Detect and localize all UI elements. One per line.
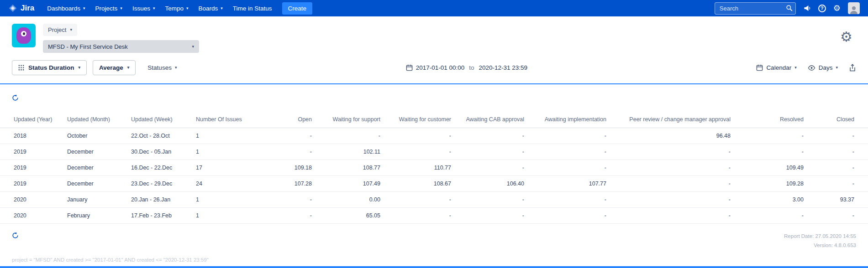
table-cell: - [457,160,530,176]
table-cell: - [386,192,457,208]
top-navbar: Jira Dashboards ▾ Projects ▾ Issues ▾ Te… [0,0,868,16]
nav-item-label: Dashboards [47,5,80,12]
grid-icon [18,65,24,71]
date-range[interactable]: 2017-01-01 00:00 to 2020-12-31 23:59 [177,64,756,71]
table-cell: - [457,192,530,208]
table-cell: 1 [190,128,259,144]
refresh-icon[interactable] [12,232,19,239]
bottom-accent-bar [0,266,868,268]
nav-item-issues[interactable]: Issues ▾ [128,0,160,16]
table-cell: - [386,128,457,144]
table-cell: - [259,208,317,224]
help-icon[interactable]: ? [818,5,826,12]
refresh-icon[interactable] [12,94,19,101]
report-type-dropdown[interactable]: Status Duration ▾ [12,60,87,75]
gear-icon[interactable]: ⚙ [833,4,841,12]
person-icon [849,5,859,14]
create-button[interactable]: Create [282,2,313,15]
project-avatar-art [16,27,31,44]
report-header-panel: Project ▾ MFSD - My First Service Desk ▾… [0,16,868,84]
nav-item-label: Tempo [165,5,184,12]
table-cell: - [612,176,736,192]
table-cell: 23.Dec - 29.Dec [126,176,190,192]
calendar-type-dropdown[interactable]: Calendar ▾ [756,64,796,71]
table-body: 2018October22.Oct - 28.Oct1-----96.48--2… [0,128,868,224]
table-cell: - [457,144,530,160]
table-cell: - [530,128,612,144]
table-cell: - [259,192,317,208]
table-cell: 0.00 [317,192,386,208]
table-cell: - [386,208,457,224]
report-toolbar: Status Duration ▾ Average ▾ Statuses ▾ 2… [0,53,868,75]
table-cell: - [612,208,736,224]
aggregation-dropdown[interactable]: Average ▾ [93,60,136,75]
nav-item-label: Projects [95,5,118,12]
table-cell: - [457,208,530,224]
search-input[interactable] [715,2,796,15]
table-row: 2018October22.Oct - 28.Oct1-----96.48-- [0,128,868,144]
table-cell: 2018 [0,128,62,144]
table-cell: 17.Feb - 23.Feb [126,208,190,224]
chevron-down-icon: ▾ [120,6,122,10]
table-cell: 108.67 [386,176,457,192]
report-date: Report Date: 27.05.2020 14:55 [784,232,856,241]
gadget-settings-gear-icon[interactable]: ⚙ [840,30,852,44]
date-from: 2017-01-01 00:00 [416,64,465,71]
table-cell: 2019 [0,160,62,176]
nav-item-dashboards[interactable]: Dashboards ▾ [42,0,89,16]
table-cell: - [612,160,736,176]
chevron-down-icon: ▾ [794,66,797,70]
column-header: Waiting for customer [386,111,457,128]
date-separator: to [469,64,474,71]
table-row: 2020February17.Feb - 23.Feb1-65.05------ [0,208,868,224]
table-cell: - [809,160,868,176]
search-box [715,2,796,15]
project-type-dropdown[interactable]: Project ▾ [43,24,77,36]
nav-item-projects[interactable]: Projects ▾ [91,0,127,16]
jira-home-link[interactable]: Jira [8,4,34,13]
table-cell: - [809,208,868,224]
table-cell: - [259,128,317,144]
table-cell: 1 [190,144,259,160]
table-cell: February [62,208,126,224]
export-icon[interactable] [849,64,856,72]
user-avatar[interactable] [848,2,860,14]
column-header: Updated (Year) [0,111,62,128]
project-avatar [12,24,36,47]
project-selectors: Project ▾ MFSD - My First Service Desk ▾ [43,24,199,53]
nav-item-label: Issues [132,5,150,12]
announcement-icon[interactable] [803,5,811,12]
column-header: Awaiting CAB approval [457,111,530,128]
status-duration-table: Updated (Year)Updated (Month)Updated (We… [0,111,868,224]
table-cell: 109.28 [736,176,809,192]
table-cell: 107.28 [259,176,317,192]
table-cell: 109.49 [736,160,809,176]
unit-dropdown[interactable]: Days ▾ [808,64,838,71]
table-header-row: Updated (Year)Updated (Month)Updated (We… [0,111,868,128]
calendar-type-label: Calendar [766,64,791,71]
table-cell: - [736,208,809,224]
project-select[interactable]: MFSD - My First Service Desk ▾ [43,40,199,53]
statuses-dropdown[interactable]: Statuses ▾ [147,64,177,71]
unit-label: Days [819,64,833,71]
table-cell: - [530,144,612,160]
calendar-icon [406,64,413,71]
nav-item-time-in-status[interactable]: Time in Status [228,0,277,16]
jira-logo-text: Jira [21,4,34,13]
column-header: Peer review / change manager approval [612,111,736,128]
column-header: Closed [809,111,868,128]
report-meta: Report Date: 27.05.2020 14:55 Version: 4… [784,232,856,250]
aggregation-label: Average [99,64,123,71]
nav-item-boards[interactable]: Boards ▾ [194,0,227,16]
toolbar-right-controls: Calendar ▾ Days ▾ [756,64,856,72]
column-header: Updated (Month) [62,111,126,128]
eye-icon [808,65,815,71]
table-cell: - [530,208,612,224]
calendar-icon [756,64,763,71]
project-header: Project ▾ MFSD - My First Service Desk ▾… [0,16,868,53]
table-cell: 107.49 [317,176,386,192]
chevron-down-icon: ▾ [127,66,130,70]
nav-item-tempo[interactable]: Tempo ▾ [160,0,193,16]
search-icon[interactable] [786,5,793,13]
table-cell: 24 [190,176,259,192]
